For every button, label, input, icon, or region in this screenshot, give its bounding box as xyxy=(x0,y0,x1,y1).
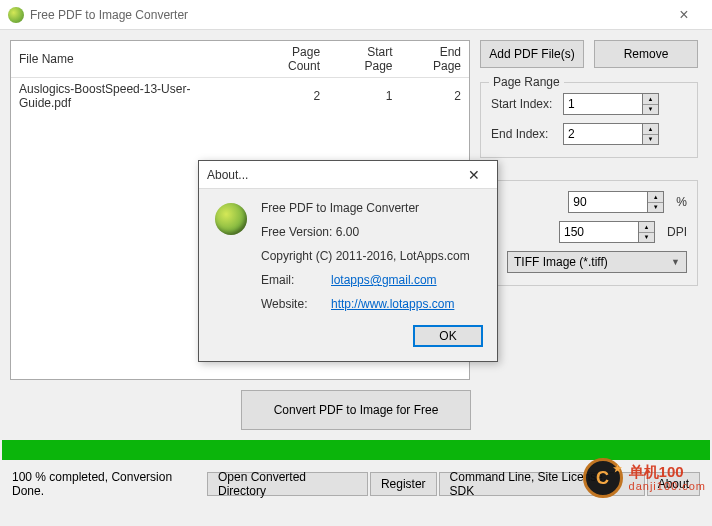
title-bar: Free PDF to Image Converter × xyxy=(0,0,712,30)
end-index-spinner[interactable]: ▲▼ xyxy=(643,123,659,145)
start-index-label: Start Index: xyxy=(491,97,557,111)
quality-input[interactable]: 90 xyxy=(568,191,648,213)
about-copyright: Copyright (C) 2011-2016, LotApps.com xyxy=(261,249,470,263)
convert-row: Convert PDF to Image for Free xyxy=(0,390,712,440)
remove-button[interactable]: Remove xyxy=(594,40,698,68)
end-index-input[interactable]: 2 xyxy=(563,123,643,145)
table-row[interactable]: Auslogics-BoostSpeed-13-User-Guide.pdf 2… xyxy=(11,78,469,115)
cell-end: 2 xyxy=(400,78,469,115)
chevron-down-icon[interactable]: ▼ xyxy=(643,105,658,115)
chevron-down-icon[interactable]: ▼ xyxy=(648,203,663,213)
about-app-icon xyxy=(215,203,247,235)
about-website-link[interactable]: http://www.lotapps.com xyxy=(331,297,454,311)
col-header-file[interactable]: File Name xyxy=(11,41,249,78)
app-icon xyxy=(8,7,24,23)
quality-unit: % xyxy=(676,195,687,209)
about-version: Free Version: 6.00 xyxy=(261,225,470,239)
chevron-down-icon: ▼ xyxy=(671,257,680,267)
cell-count: 2 xyxy=(249,78,328,115)
format-dropdown[interactable]: TIFF Image (*.tiff) ▼ xyxy=(507,251,687,273)
about-ok-button[interactable]: OK xyxy=(413,325,483,347)
cell-start: 1 xyxy=(328,78,400,115)
chevron-down-icon[interactable]: ▼ xyxy=(643,135,658,145)
window-title: Free PDF to Image Converter xyxy=(30,8,664,22)
chevron-down-icon[interactable]: ▼ xyxy=(639,233,654,243)
progress-bar xyxy=(2,440,710,460)
status-text: 100 % completed, Conversion Done. xyxy=(12,470,207,498)
about-close-button[interactable]: ✕ xyxy=(459,167,489,183)
resolution-spinner[interactable]: ▲▼ xyxy=(639,221,655,243)
about-button[interactable]: About xyxy=(647,472,700,496)
side-panel: Add PDF File(s) Remove Page Range Start … xyxy=(480,40,702,380)
col-header-count[interactable]: Page Count xyxy=(249,41,328,78)
convert-button[interactable]: Convert PDF to Image for Free xyxy=(241,390,471,430)
start-index-input[interactable]: 1 xyxy=(563,93,643,115)
about-title: About... xyxy=(207,168,459,182)
about-email-link[interactable]: lotapps@gmail.com xyxy=(331,273,437,287)
about-product: Free PDF to Image Converter xyxy=(261,201,470,215)
end-index-label: End Index: xyxy=(491,127,557,141)
resolution-input[interactable]: 150 xyxy=(559,221,639,243)
add-pdf-button[interactable]: Add PDF File(s) xyxy=(480,40,584,68)
command-line-button[interactable]: Command Line, Site License, SDK xyxy=(439,472,645,496)
register-button[interactable]: Register xyxy=(370,472,437,496)
col-header-start[interactable]: Start Page xyxy=(328,41,400,78)
resolution-unit: DPI xyxy=(667,225,687,239)
col-header-end[interactable]: End Page xyxy=(400,41,469,78)
about-dialog: About... ✕ Free PDF to Image Converter F… xyxy=(198,160,498,362)
format-value: TIFF Image (*.tiff) xyxy=(514,255,608,269)
about-website-label: Website: xyxy=(261,297,313,311)
about-title-bar[interactable]: About... ✕ xyxy=(199,161,497,189)
window-close-button[interactable]: × xyxy=(664,6,704,24)
chevron-up-icon[interactable]: ▲ xyxy=(648,192,663,203)
chevron-up-icon[interactable]: ▲ xyxy=(643,124,658,135)
chevron-up-icon[interactable]: ▲ xyxy=(643,94,658,105)
about-email-label: Email: xyxy=(261,273,313,287)
quality-spinner[interactable]: ▲▼ xyxy=(648,191,664,213)
chevron-up-icon[interactable]: ▲ xyxy=(639,222,654,233)
open-converted-dir-button[interactable]: Open Converted Directory xyxy=(207,472,368,496)
start-index-spinner[interactable]: ▲▼ xyxy=(643,93,659,115)
status-bar: 100 % completed, Conversion Done. Open C… xyxy=(0,460,712,508)
settings-group: 90 ▲▼ % on 150 ▲▼ DPI TIFF Image (*.tiff… xyxy=(480,180,698,286)
page-range-legend: Page Range xyxy=(489,75,564,89)
cell-file: Auslogics-BoostSpeed-13-User-Guide.pdf xyxy=(11,78,249,115)
page-range-group: Page Range Start Index: 1 ▲▼ End Index: … xyxy=(480,82,698,158)
